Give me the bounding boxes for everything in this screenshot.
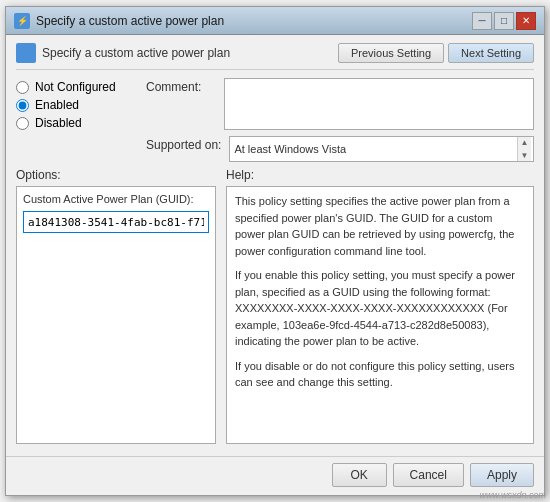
header-bar: Specify a custom active power plan Previ… <box>16 43 534 70</box>
header-label: Specify a custom active power plan <box>16 43 230 63</box>
close-button[interactable]: ✕ <box>516 12 536 30</box>
options-label: Options: <box>16 168 216 182</box>
supported-scrollbar: ▲ ▼ <box>517 137 531 161</box>
disabled-radio[interactable] <box>16 117 29 130</box>
not-configured-radio[interactable] <box>16 81 29 94</box>
nav-buttons: Previous Setting Next Setting <box>338 43 534 63</box>
comment-label: Comment: <box>146 78 216 94</box>
title-bar-left: ⚡ Specify a custom active power plan <box>14 13 224 29</box>
options-panel: Options: Custom Active Power Plan (GUID)… <box>16 168 216 444</box>
supported-row: Supported on: At least Windows Vista ▲ ▼ <box>146 136 534 162</box>
apply-button[interactable]: Apply <box>470 463 534 487</box>
comment-textarea[interactable] <box>224 78 534 130</box>
title-controls: ─ □ ✕ <box>472 12 536 30</box>
options-box: Custom Active Power Plan (GUID): <box>16 186 216 444</box>
window-title: Specify a custom active power plan <box>36 14 224 28</box>
next-setting-button[interactable]: Next Setting <box>448 43 534 63</box>
options-inner-label: Custom Active Power Plan (GUID): <box>23 193 209 205</box>
right-fields: Comment: Supported on: At least Windows … <box>146 78 534 162</box>
supported-value: At least Windows Vista <box>234 143 529 155</box>
scroll-down-arrow: ▼ <box>521 151 529 160</box>
header-title: Specify a custom active power plan <box>42 46 230 60</box>
guid-input[interactable] <box>23 211 209 233</box>
radio-column: Not Configured Enabled Disabled <box>16 78 136 162</box>
header-icon <box>16 43 36 63</box>
minimize-button[interactable]: ─ <box>472 12 492 30</box>
bottom-panels: Options: Custom Active Power Plan (GUID)… <box>16 168 534 444</box>
enabled-label: Enabled <box>35 98 79 112</box>
main-window: ⚡ Specify a custom active power plan ─ □… <box>5 6 545 496</box>
not-configured-label: Not Configured <box>35 80 116 94</box>
help-paragraph: If you enable this policy setting, you m… <box>235 267 525 350</box>
window-icon: ⚡ <box>14 13 30 29</box>
supported-label: Supported on: <box>146 136 221 152</box>
title-bar: ⚡ Specify a custom active power plan ─ □… <box>6 7 544 35</box>
content-area: Specify a custom active power plan Previ… <box>6 35 544 452</box>
enabled-radio[interactable] <box>16 99 29 112</box>
prev-setting-button[interactable]: Previous Setting <box>338 43 444 63</box>
help-paragraph: If you disable or do not configure this … <box>235 358 525 391</box>
disabled-label: Disabled <box>35 116 82 130</box>
help-panel: Help: This policy setting specifies the … <box>226 168 534 444</box>
help-box[interactable]: This policy setting specifies the active… <box>226 186 534 444</box>
enabled-row: Enabled <box>16 98 136 112</box>
scroll-up-arrow: ▲ <box>521 138 529 147</box>
cancel-button[interactable]: Cancel <box>393 463 464 487</box>
help-paragraph: This policy setting specifies the active… <box>235 193 525 259</box>
watermark: www.wsxdn.com <box>479 490 546 500</box>
comment-row: Comment: <box>146 78 534 130</box>
help-label: Help: <box>226 168 534 182</box>
supported-box: At least Windows Vista ▲ ▼ <box>229 136 534 162</box>
ok-button[interactable]: OK <box>332 463 387 487</box>
not-configured-row: Not Configured <box>16 80 136 94</box>
maximize-button[interactable]: □ <box>494 12 514 30</box>
disabled-row: Disabled <box>16 116 136 130</box>
footer: OK Cancel Apply <box>6 456 544 495</box>
middle-section: Not Configured Enabled Disabled Comment: <box>16 78 534 162</box>
